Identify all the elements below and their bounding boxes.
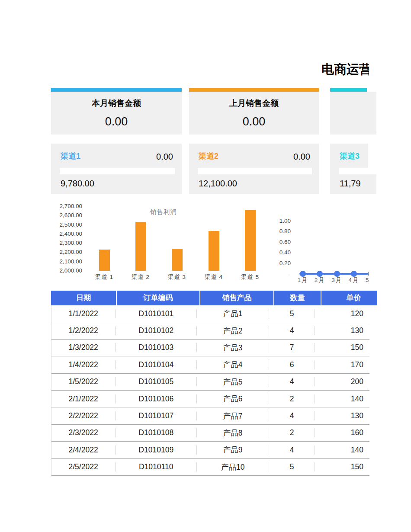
cell-unit-price[interactable]: 170 xyxy=(315,360,369,369)
bar-channel-1[interactable] xyxy=(99,250,110,271)
line-marker-3月[interactable] xyxy=(334,271,340,277)
x-tick-label: 3月 xyxy=(328,276,346,284)
cell-unit-price[interactable]: 130 xyxy=(315,411,369,420)
bar-channel-4[interactable] xyxy=(209,231,219,271)
cell-quantity[interactable]: 2 xyxy=(269,394,315,404)
cell-order-code[interactable]: D1010102 xyxy=(116,326,197,335)
cell-product[interactable]: 产品9 xyxy=(197,445,269,455)
cell-order-code[interactable]: D1010105 xyxy=(116,377,197,386)
table-row[interactable]: 1/1/2022D1010101产品15120 xyxy=(51,305,369,322)
cell-date[interactable]: 2/4/2022 xyxy=(51,445,116,455)
unit-price-value: 170 xyxy=(315,360,369,369)
cell-order-code[interactable]: D1010109 xyxy=(116,445,197,455)
column-header-2[interactable]: 订单编码 xyxy=(117,291,200,305)
cell-date[interactable]: 2/3/2022 xyxy=(51,428,116,437)
unit-price-value: 130 xyxy=(315,326,369,335)
cell-order-code[interactable]: D1010110 xyxy=(116,462,197,471)
channel-amount: 11,79 xyxy=(340,179,361,189)
summary-card-current-month: 本月销售金额 0.00 xyxy=(51,88,182,135)
cell-order-code[interactable]: D1010106 xyxy=(116,394,197,404)
cell-date[interactable]: 1/5/2022 xyxy=(51,377,116,386)
table-row[interactable]: 2/3/2022D1010108产品82160 xyxy=(51,425,369,442)
cell-unit-price[interactable]: 140 xyxy=(315,394,369,404)
table-row[interactable]: 1/5/2022D1010105产品54200 xyxy=(51,374,369,391)
x-tick-label: 2月 xyxy=(311,276,328,284)
y-tick-label: 2,700.00 xyxy=(51,202,82,210)
unit-price-value: 130 xyxy=(315,411,369,420)
table-row[interactable]: 2/4/2022D1010109产品94140 xyxy=(51,442,369,458)
cell-product[interactable]: 产品2 xyxy=(197,326,269,336)
cell-date[interactable]: 2/2/2022 xyxy=(51,411,116,420)
table-row[interactable]: 2/1/2022D1010106产品62140 xyxy=(51,391,369,407)
cell-quantity[interactable]: 5 xyxy=(269,309,315,318)
table-row[interactable]: 1/4/2022D1010104产品46170 xyxy=(51,356,369,373)
cell-date[interactable]: 1/3/2022 xyxy=(51,343,116,352)
channel-card-2: 渠道2 0.00 12,100.00 xyxy=(189,144,319,194)
cell-quantity[interactable]: 6 xyxy=(269,360,315,369)
cell-order-code[interactable]: D1010107 xyxy=(116,411,197,420)
cell-order-code[interactable]: D1010108 xyxy=(116,428,197,437)
column-header-1[interactable]: 日期 xyxy=(51,291,117,305)
cell-date[interactable]: 1/4/2022 xyxy=(51,360,116,369)
cell-quantity[interactable]: 7 xyxy=(269,343,315,352)
line-marker-5月[interactable] xyxy=(368,271,369,277)
x-tick-label: 渠道 1 xyxy=(87,273,122,281)
cell-product[interactable]: 产品6 xyxy=(197,394,269,404)
cell-unit-price[interactable]: 160 xyxy=(315,428,369,437)
cell-product[interactable]: 产品10 xyxy=(197,462,269,472)
cell-order-code[interactable]: D1010104 xyxy=(116,360,197,369)
bar-channel-2[interactable] xyxy=(135,222,146,271)
cell-order-code[interactable]: D1010103 xyxy=(116,343,197,352)
unit-price-value: 200 xyxy=(315,377,369,386)
cell-product[interactable]: 产品4 xyxy=(197,359,269,370)
cell-quantity[interactable]: 4 xyxy=(269,377,315,386)
card-value: 0.00 xyxy=(51,115,182,128)
cell-quantity[interactable]: 4 xyxy=(269,445,315,455)
card-label xyxy=(330,92,376,98)
cell-unit-price[interactable]: 150 xyxy=(315,343,369,352)
column-header-3[interactable]: 销售产品 xyxy=(200,291,274,305)
cell-date[interactable]: 2/5/2022 xyxy=(51,462,116,471)
column-header-5[interactable]: 单价 xyxy=(321,291,377,305)
orders-table: 1/1/2022D1010101产品151201/2/2022D1010102产… xyxy=(51,305,369,476)
cell-order-code[interactable]: D1010101 xyxy=(116,309,197,318)
cell-date[interactable]: 1/1/2022 xyxy=(51,309,116,318)
cell-unit-price[interactable]: 200 xyxy=(315,377,369,386)
y-tick-label: 2,100.00 xyxy=(51,258,82,266)
cell-product[interactable]: 产品7 xyxy=(197,411,269,421)
cell-product[interactable]: 产品5 xyxy=(197,377,269,387)
cell-unit-price[interactable]: 150 xyxy=(315,462,369,471)
table-row[interactable]: 2/2/2022D1010107产品74130 xyxy=(51,407,369,424)
cell-quantity[interactable]: 4 xyxy=(269,411,315,420)
chart-title: 销售利润 xyxy=(51,208,276,216)
unit-price-value: 160 xyxy=(315,428,369,437)
cell-product[interactable]: 产品1 xyxy=(197,308,269,319)
channel-progress-bar xyxy=(339,168,376,174)
table-row[interactable]: 1/3/2022D1010103产品37150 xyxy=(51,340,369,356)
monthly-line-chart[interactable]: 1.000.800.600.400.20- 1月2月3月4月5月 xyxy=(277,216,369,285)
cell-product[interactable]: 产品3 xyxy=(197,343,269,353)
column-header-4[interactable]: 数量 xyxy=(274,291,321,305)
y-tick-label: 0.80 xyxy=(277,228,291,235)
cell-quantity[interactable]: 5 xyxy=(269,462,315,471)
cell-unit-price[interactable]: 120 xyxy=(315,309,369,318)
bar-channel-5[interactable] xyxy=(245,210,256,271)
cell-quantity[interactable]: 4 xyxy=(269,326,315,335)
cell-product[interactable]: 产品8 xyxy=(197,428,269,438)
unit-price-value: 140 xyxy=(315,445,369,455)
x-tick-label: 渠道 2 xyxy=(123,273,158,281)
line-marker-4月[interactable] xyxy=(351,271,357,277)
cell-unit-price[interactable]: 130 xyxy=(315,326,369,335)
bar-channel-3[interactable] xyxy=(172,249,183,271)
cell-date[interactable]: 2/1/2022 xyxy=(51,394,116,404)
y-tick-label: 1.00 xyxy=(277,217,291,225)
line-marker-2月[interactable] xyxy=(317,271,323,277)
cell-unit-price[interactable]: 140 xyxy=(315,445,369,455)
unit-price-value: 120 xyxy=(315,309,369,318)
cell-date[interactable]: 1/2/2022 xyxy=(51,326,116,335)
table-row[interactable]: 2/5/2022D1010110产品105150 xyxy=(51,459,369,476)
profit-bar-chart[interactable]: 销售利润 2,700.002,600.002,500.002,400.002,3… xyxy=(51,201,276,285)
cell-quantity[interactable]: 2 xyxy=(269,428,315,437)
table-row[interactable]: 1/2/2022D1010102产品24130 xyxy=(51,322,369,339)
line-marker-1月[interactable] xyxy=(300,271,306,277)
